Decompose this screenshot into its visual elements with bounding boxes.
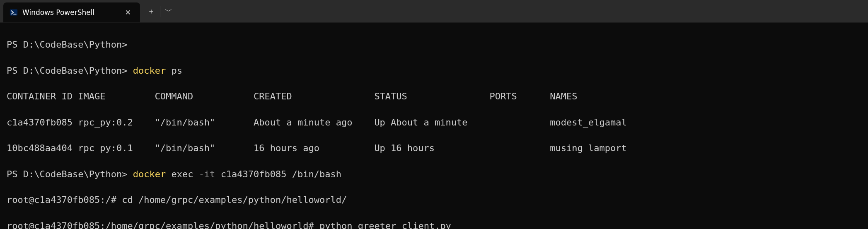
tab-dropdown-button[interactable]: ﹀ <box>160 0 177 23</box>
new-tab-button[interactable]: ＋ <box>143 0 160 23</box>
ps-row: 10bc488aa404rpc_py:0.1"/bin/bash"16 hour… <box>7 142 861 154</box>
ps-row: c1a4370fb085rpc_py:0.2"/bin/bash"About a… <box>7 116 861 129</box>
prompt-line: PS D:\CodeBase\Python> <box>7 38 861 51</box>
plus-icon: ＋ <box>147 6 155 17</box>
command-line: PS D:\CodeBase\Python> docker exec -it c… <box>7 168 861 181</box>
bash-line: root@c1a4370fb085:/# cd /home/grpc/examp… <box>7 193 861 206</box>
powershell-icon <box>9 8 18 17</box>
terminal-output[interactable]: PS D:\CodeBase\Python> PS D:\CodeBase\Py… <box>0 23 868 229</box>
command-line: PS D:\CodeBase\Python> docker ps <box>7 64 861 77</box>
tab-powershell[interactable]: Windows PowerShell ✕ <box>3 2 140 22</box>
chevron-down-icon: ﹀ <box>165 6 172 17</box>
tab-close-button[interactable]: ✕ <box>123 7 133 18</box>
bash-line: root@c1a4370fb085:/home/grpc/examples/py… <box>7 219 861 229</box>
tab-strip: Windows PowerShell ✕ ＋ ﹀ <box>0 0 868 23</box>
ps-header-row: CONTAINER IDIMAGECOMMANDCREATEDSTATUSPOR… <box>7 90 861 103</box>
tab-actions: ＋ ﹀ <box>143 0 177 22</box>
tab-title: Windows PowerShell <box>22 7 118 17</box>
